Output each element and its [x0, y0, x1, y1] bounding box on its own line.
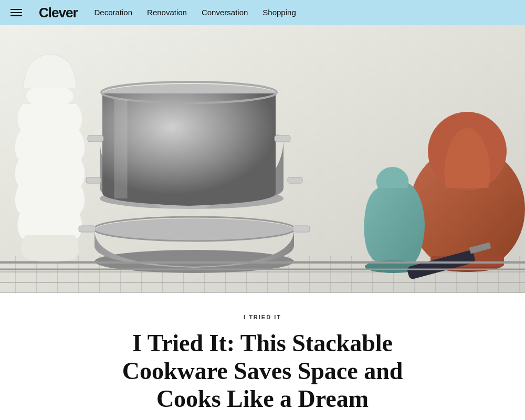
svg-rect-51 [88, 135, 103, 142]
article-title: I Tried It: This Stackable Cookware Save… [89, 330, 436, 413]
nav-link-decoration[interactable]: Decoration [94, 8, 133, 17]
main-nav: Clever Decoration Renovation Conversatio… [0, 0, 525, 25]
nav-links: Decoration Renovation Conversation Shopp… [94, 8, 296, 17]
nav-link-renovation[interactable]: Renovation [147, 8, 187, 17]
nav-link-shopping[interactable]: Shopping [262, 8, 296, 17]
svg-rect-52 [275, 135, 290, 142]
article-body: I TRIED IT I Tried It: This Stackable Co… [79, 293, 446, 420]
hero-image [0, 25, 525, 293]
svg-rect-48 [288, 177, 302, 183]
svg-rect-43 [293, 226, 310, 232]
site-logo[interactable]: Clever [39, 5, 78, 21]
svg-rect-42 [79, 226, 96, 232]
nav-link-conversation[interactable]: Conversation [202, 8, 248, 17]
article-category: I TRIED IT [89, 314, 436, 320]
svg-rect-47 [86, 177, 101, 183]
hamburger-menu[interactable] [10, 9, 22, 16]
